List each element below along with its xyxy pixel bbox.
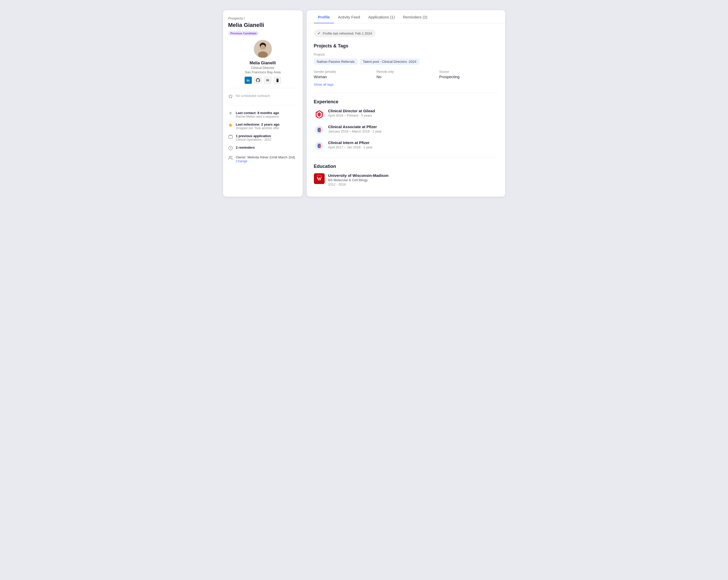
reminders-row: 2 reminders: [228, 143, 297, 153]
avatar-title: Clinical Director: [251, 66, 275, 70]
change-owner-link[interactable]: Change: [236, 159, 248, 163]
phone-icon[interactable]: 📱: [274, 77, 281, 84]
reminders-icon: [228, 146, 233, 151]
project-tag-0[interactable]: Nathan Passive Referrals: [314, 58, 358, 65]
outreach-text: No scheduled outreach: [236, 94, 270, 98]
edu-info-uwm: University of Wisconsin-Madison BS Molec…: [328, 173, 389, 186]
source-cell: Source Prospecting: [439, 70, 498, 79]
owner-label: Owner: Melinda Kilner (Until March 2nd): [236, 155, 295, 159]
applications-row: 1 previous application Clinical Operatio…: [228, 132, 297, 143]
last-milestone-label: Last milestone: 2 years ago: [236, 122, 280, 126]
last-contact-info: Last contact: 8 months ago Rachel Mellon…: [236, 111, 279, 118]
refresh-banner: ✔ Profile last refreshed: Feb 1 2024: [314, 29, 376, 37]
email-icon[interactable]: ✉: [264, 77, 271, 84]
last-milestone-info: Last milestone: 2 years ago Dropped out:…: [236, 122, 280, 130]
gender-value: Woman: [314, 75, 372, 79]
pfizer1-logo: [314, 125, 324, 135]
applications-label: 1 previous application: [236, 134, 271, 138]
tab-profile[interactable]: Profile: [314, 10, 334, 23]
edu-item-uwm: W University of Wisconsin-Madison BS Mol…: [314, 173, 498, 186]
owner-info: Owner: Melinda Kilner (Until March 2nd) …: [236, 155, 295, 163]
edu-years: 2012 - 2016: [328, 183, 389, 186]
owner-row: Owner: Melinda Kilner (Until March 2nd) …: [228, 153, 297, 165]
exp-duration-gilead: April 2019 – Present · 5 years: [328, 114, 375, 117]
avatar-name: Melia Gianelli: [250, 61, 276, 65]
last-contact-sub: Rachel Mellon sent a sequence: [236, 115, 279, 118]
education-section: Education W University of Wisconsin-Madi…: [314, 164, 498, 186]
exp-info-gilead: Clinical Director at Gilead April 2019 –…: [328, 109, 375, 119]
show-all-tags-link[interactable]: Show all tags: [314, 83, 334, 86]
avatar-section: Melia Gianelli Clinical Director San Fra…: [228, 40, 297, 84]
tab-activity-feed[interactable]: Activity Feed: [334, 10, 364, 23]
exp-info-pfizer2: Clinical Intern at Pfizer April 2017 – J…: [328, 140, 372, 151]
breadcrumb[interactable]: Prospects /: [228, 17, 297, 20]
left-panel: Prospects / Melia Gianelli Previous Cand…: [223, 10, 303, 197]
svg-point-5: [260, 45, 265, 50]
last-milestone-sub: Dropped out: Took another offer: [236, 126, 280, 130]
uwm-logo: W: [314, 173, 324, 184]
applications-icon: [228, 134, 233, 140]
tabs-bar: Profile Activity Feed Applications (1) R…: [307, 10, 505, 23]
edu-degree: BS Molecular & Cell Bilogy: [328, 178, 389, 182]
exp-info-pfizer1: Clinical Associate at Pfizer January 201…: [328, 125, 382, 135]
source-label: Source: [439, 70, 498, 74]
outreach-row: No scheduled outreach: [228, 92, 297, 102]
meta-grid: Gender (private) Woman Remote only No So…: [314, 70, 498, 79]
social-icons: in ✉ 📱: [244, 77, 281, 84]
source-value: Prospecting: [439, 75, 498, 79]
last-contact-label: Last contact: 8 months ago: [236, 111, 279, 115]
right-panel: Profile Activity Feed Applications (1) R…: [307, 10, 505, 197]
experience-title: Experience: [314, 99, 498, 105]
candidate-name-row: Melia Gianelli Previous Candidate: [228, 22, 297, 36]
candidate-name: Melia Gianelli: [228, 22, 264, 28]
remote-value: No: [376, 75, 435, 79]
refresh-text: Profile last refreshed: Feb 1 2024: [323, 31, 372, 35]
last-milestone-icon: [228, 123, 233, 128]
reminders-label: 2 reminders: [236, 145, 255, 149]
exp-item-pfizer2: Clinical Intern at Pfizer April 2017 – J…: [314, 140, 498, 151]
linkedin-icon[interactable]: in: [244, 77, 252, 84]
project-tag-1[interactable]: Talent pool - Clinical Directors -2024: [360, 58, 419, 65]
exp-title-pfizer1: Clinical Associate at Pfizer: [328, 125, 382, 129]
breadcrumb-link[interactable]: Prospects: [228, 17, 243, 20]
projects-label: Projects: [314, 53, 498, 56]
tab-reminders[interactable]: Reminders (2): [399, 10, 431, 23]
gender-cell: Gender (private) Woman: [314, 70, 372, 79]
gender-label: Gender (private): [314, 70, 372, 74]
applications-info: 1 previous application Clinical Operatio…: [236, 134, 271, 141]
svg-rect-8: [229, 136, 232, 138]
last-contact-row: Last contact: 8 months ago Rachel Mellon…: [228, 109, 297, 120]
last-contact-icon: [228, 111, 233, 117]
svg-point-10: [229, 156, 231, 158]
remote-label: Remote only: [376, 70, 435, 74]
exp-duration-pfizer2: April 2017 – Jan 2018 · 1 year: [328, 145, 372, 149]
exp-item-gilead: Clinical Director at Gilead April 2019 –…: [314, 109, 498, 119]
check-icon: ✔: [317, 31, 321, 36]
remote-cell: Remote only No: [376, 70, 435, 79]
github-icon[interactable]: [254, 77, 262, 84]
exp-item-pfizer1: Clinical Associate at Pfizer January 201…: [314, 125, 498, 135]
owner-icon: [228, 156, 233, 161]
last-milestone-row: Last milestone: 2 years ago Dropped out:…: [228, 120, 297, 132]
previous-candidate-badge: Previous Candidate: [228, 31, 259, 36]
education-title: Education: [314, 164, 498, 169]
exp-title-pfizer2: Clinical Intern at Pfizer: [328, 140, 372, 145]
tab-applications[interactable]: Applications (1): [364, 10, 399, 23]
breadcrumb-separator: /: [244, 17, 245, 20]
svg-marker-7: [229, 123, 232, 127]
avatar: [254, 40, 272, 58]
project-tags-list: Nathan Passive Referrals Talent pool - C…: [314, 58, 498, 65]
svg-marker-6: [229, 94, 232, 98]
exp-duration-pfizer1: January 2018 – March 2019 · 1 year: [328, 130, 382, 133]
avatar-location: San Francisco Bay Area: [245, 70, 281, 74]
exp-title-gilead: Clinical Director at Gilead: [328, 109, 375, 113]
profile-content: ✔ Profile last refreshed: Feb 1 2024 Pro…: [307, 23, 505, 197]
applications-sub: Clinical Operations - 2022: [236, 138, 271, 141]
edu-school: University of Wisconsin-Madison: [328, 173, 389, 177]
projects-tags-title: Projects & Tags: [314, 43, 498, 49]
projects-tags-section: Projects & Tags Projects Nathan Passive …: [314, 43, 498, 87]
gilead-logo: [314, 109, 324, 119]
experience-section: Experience Clinical: [314, 99, 498, 151]
outreach-icon: [228, 94, 233, 100]
pfizer2-logo: [314, 140, 324, 151]
